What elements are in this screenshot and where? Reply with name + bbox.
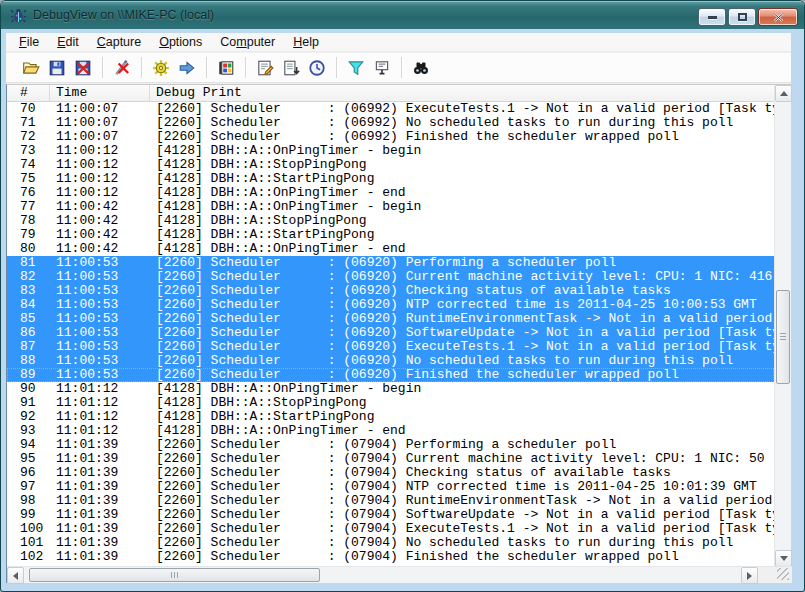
table-row[interactable]: 9411:01:39[2260] Scheduler : (07904) Per… xyxy=(7,438,774,452)
row-index: 73 xyxy=(7,144,50,158)
menu-edit[interactable]: Edit xyxy=(48,33,88,51)
scroll-up-button[interactable] xyxy=(775,85,792,102)
table-row[interactable]: 10111:01:39[2260] Scheduler : (07904) No… xyxy=(7,536,774,550)
history-depth-icon xyxy=(373,59,391,77)
row-debug-print: [4128] DBH::A::OnPingTimer - begin xyxy=(150,200,774,214)
capture-icon xyxy=(113,59,131,77)
row-debug-print: [2260] Scheduler : (06920) NTP corrected… xyxy=(150,298,774,312)
close-button[interactable] xyxy=(758,8,798,26)
table-row[interactable]: 9511:01:39[2260] Scheduler : (07904) Cur… xyxy=(7,452,774,466)
row-index: 99 xyxy=(7,508,50,522)
row-index: 95 xyxy=(7,452,50,466)
column-header-debug-print[interactable]: Debug Print xyxy=(150,85,774,101)
table-row[interactable]: 9311:01:12[4128] DBH::A::OnPingTimer - e… xyxy=(7,424,774,438)
table-row[interactable]: 10211:01:39[2260] Scheduler : (07904) Fi… xyxy=(7,550,774,564)
table-row[interactable]: 8011:00:42[4128] DBH::A::OnPingTimer - e… xyxy=(7,242,774,256)
history-depth-button[interactable] xyxy=(369,56,395,80)
table-row[interactable]: 9911:01:39[2260] Scheduler : (07904) Sof… xyxy=(7,508,774,522)
close-icon xyxy=(773,13,784,22)
horizontal-scrollbar[interactable] xyxy=(7,566,758,583)
table-row[interactable]: 8411:00:53[2260] Scheduler : (06920) NTP… xyxy=(7,298,774,312)
table-row[interactable]: 10011:01:39[2260] Scheduler : (07904) Ex… xyxy=(7,522,774,536)
table-row[interactable]: 7711:00:42[4128] DBH::A::OnPingTimer - b… xyxy=(7,200,774,214)
table-row[interactable]: 9811:01:39[2260] Scheduler : (07904) Run… xyxy=(7,494,774,508)
row-time: 11:00:42 xyxy=(50,214,150,228)
table-row[interactable]: 8211:00:53[2260] Scheduler : (06920) Cur… xyxy=(7,270,774,284)
row-index: 70 xyxy=(7,102,50,116)
table-row[interactable]: 7911:00:42[4128] DBH::A::StartPingPong xyxy=(7,228,774,242)
open-file-icon xyxy=(22,59,40,77)
menu-capture[interactable]: Capture xyxy=(88,33,150,51)
title-bar[interactable]: DebugView on \\MIKE-PC (local) xyxy=(1,1,805,29)
log-to-file-button[interactable] xyxy=(70,56,96,80)
horizontal-scrollbar-thumb[interactable] xyxy=(29,568,320,582)
table-row[interactable]: 7311:00:12[4128] DBH::A::OnPingTimer - b… xyxy=(7,144,774,158)
vertical-scrollbar-thumb[interactable] xyxy=(776,290,790,384)
row-debug-print: [2260] Scheduler : (06920) Current machi… xyxy=(150,270,774,284)
save-button[interactable] xyxy=(44,56,70,80)
row-debug-print: [4128] DBH::A::OnPingTimer - end xyxy=(150,424,774,438)
column-header-time[interactable]: Time xyxy=(50,85,150,101)
menu-help[interactable]: Help xyxy=(284,33,328,51)
table-row[interactable]: 7111:00:07[2260] Scheduler : (06992) No … xyxy=(7,116,774,130)
table-row[interactable]: 7511:00:12[4128] DBH::A::StartPingPong xyxy=(7,172,774,186)
row-index: 89 xyxy=(7,368,50,382)
table-row[interactable]: 9011:01:12[4128] DBH::A::OnPingTimer - b… xyxy=(7,382,774,396)
table-row[interactable]: 9111:01:12[4128] DBH::A::StopPingPong xyxy=(7,396,774,410)
clock-button[interactable] xyxy=(304,56,330,80)
capture-win32-button[interactable] xyxy=(213,56,239,80)
row-time: 11:00:42 xyxy=(50,200,150,214)
column-header-index[interactable]: # xyxy=(7,85,50,101)
row-index: 81 xyxy=(7,256,50,270)
table-row[interactable]: 7211:00:07[2260] Scheduler : (06992) Fin… xyxy=(7,130,774,144)
menu-computer[interactable]: Computer xyxy=(211,33,284,51)
menu-file[interactable]: File xyxy=(10,33,48,51)
row-index: 97 xyxy=(7,480,50,494)
maximize-button[interactable] xyxy=(728,8,756,26)
table-row[interactable]: 8711:00:53[2260] Scheduler : (06920) Exe… xyxy=(7,340,774,354)
table-row[interactable]: 8611:00:53[2260] Scheduler : (06920) Sof… xyxy=(7,326,774,340)
row-time: 11:01:12 xyxy=(50,410,150,424)
table-row[interactable]: 8511:00:53[2260] Scheduler : (06920) Run… xyxy=(7,312,774,326)
row-debug-print: [4128] DBH::A::StartPingPong xyxy=(150,172,774,186)
resize-grip[interactable] xyxy=(777,568,789,580)
table-row[interactable]: 9211:01:12[4128] DBH::A::StartPingPong xyxy=(7,410,774,424)
find-button[interactable] xyxy=(408,56,434,80)
table-row[interactable]: 7611:00:12[4128] DBH::A::OnPingTimer - e… xyxy=(7,186,774,200)
row-index: 75 xyxy=(7,172,50,186)
table-row[interactable]: 8811:00:53[2260] Scheduler : (06920) No … xyxy=(7,354,774,368)
table-row[interactable]: 7011:00:07[2260] Scheduler : (06992) Exe… xyxy=(7,102,774,116)
menu-bar: FileEditCaptureOptionsComputerHelp xyxy=(6,33,791,52)
row-debug-print: [2260] Scheduler : (06920) ExecuteTests.… xyxy=(150,340,774,354)
scroll-right-button[interactable] xyxy=(741,567,758,584)
row-index: 80 xyxy=(7,242,50,256)
table-row[interactable]: 8311:00:53[2260] Scheduler : (06920) Che… xyxy=(7,284,774,298)
autoscroll-button[interactable] xyxy=(278,56,304,80)
minimize-icon xyxy=(708,16,717,19)
scroll-down-button[interactable] xyxy=(775,550,792,567)
row-time: 11:01:39 xyxy=(50,536,150,550)
row-debug-print: [4128] DBH::A::StartPingPong xyxy=(150,228,774,242)
minimize-button[interactable] xyxy=(698,8,726,26)
table-row[interactable]: 8911:00:53[2260] Scheduler : (06920) Fin… xyxy=(7,368,774,382)
capture-passthrough-button[interactable] xyxy=(174,56,200,80)
table-row[interactable]: 8111:00:53[2260] Scheduler : (06920) Per… xyxy=(7,256,774,270)
row-time: 11:00:12 xyxy=(50,186,150,200)
capture-kernel-button[interactable] xyxy=(148,56,174,80)
table-row[interactable]: 7411:00:12[4128] DBH::A::StopPingPong xyxy=(7,158,774,172)
row-debug-print: [2260] Scheduler : (06992) No scheduled … xyxy=(150,116,774,130)
row-time: 11:00:53 xyxy=(50,298,150,312)
table-row[interactable]: 7811:00:42[4128] DBH::A::StopPingPong xyxy=(7,214,774,228)
table-row[interactable]: 9611:01:39[2260] Scheduler : (07904) Che… xyxy=(7,466,774,480)
capture-win32-icon xyxy=(217,59,235,77)
capture-button[interactable] xyxy=(109,56,135,80)
row-debug-print: [2260] Scheduler : (07904) Performing a … xyxy=(150,438,774,452)
toolbar-separator xyxy=(245,57,246,78)
menu-options[interactable]: Options xyxy=(150,33,211,51)
open-file-button[interactable] xyxy=(18,56,44,80)
scroll-left-button[interactable] xyxy=(7,567,24,584)
filter-button[interactable] xyxy=(343,56,369,80)
vertical-scrollbar[interactable] xyxy=(774,85,791,567)
comment-button[interactable] xyxy=(252,56,278,80)
table-row[interactable]: 9711:01:39[2260] Scheduler : (07904) NTP… xyxy=(7,480,774,494)
